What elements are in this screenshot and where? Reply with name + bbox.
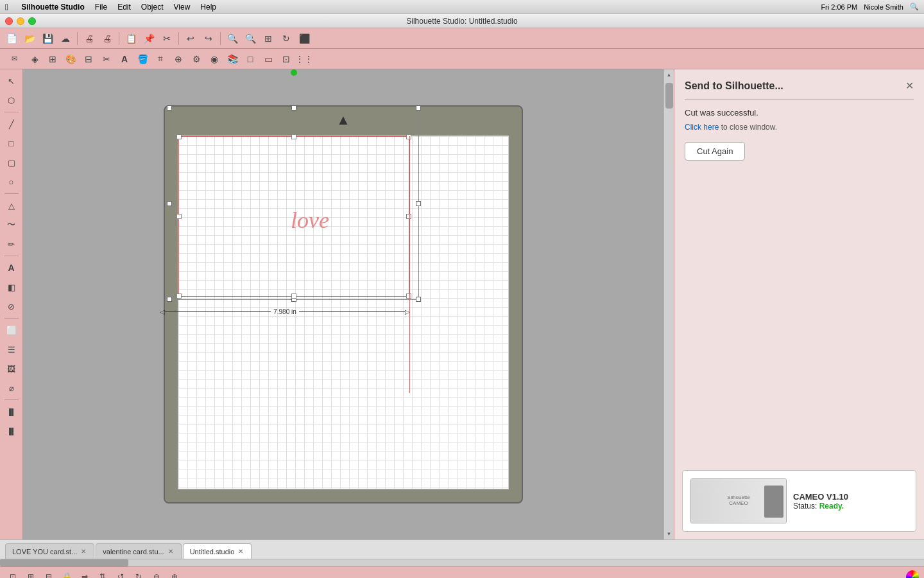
redo-button[interactable]: ↪: [201, 31, 216, 46]
cut-again-button[interactable]: Cut Again: [685, 142, 745, 161]
outer-handle-br[interactable]: [416, 297, 421, 302]
sel-handle-ml[interactable]: [176, 214, 182, 219]
lib-button[interactable]: 📚: [225, 51, 240, 67]
minimize-button[interactable]: [17, 17, 24, 25]
pencil-tool[interactable]: ✏: [3, 235, 21, 253]
outer-handle-tl[interactable]: [167, 105, 172, 110]
merge-button[interactable]: ⊟: [41, 569, 56, 579]
search-icon[interactable]: 🔍: [910, 3, 919, 11]
cut-button[interactable]: ✂: [159, 31, 175, 46]
copy-button[interactable]: 📋: [123, 31, 139, 46]
canvas-area[interactable]: ▲ ◁ 7.980 in: [23, 69, 663, 539]
rotate-button[interactable]: ↻: [278, 31, 294, 46]
horizontal-scrollbar[interactable]: [0, 559, 924, 566]
open-button[interactable]: 📂: [22, 31, 37, 46]
grid2-button[interactable]: ⋮⋮: [296, 51, 312, 67]
sel-handle-br[interactable]: [406, 293, 411, 299]
color-button[interactable]: 🎨: [63, 51, 78, 67]
unite-button[interactable]: ⊕: [167, 569, 182, 579]
knife-button[interactable]: ✂: [99, 51, 114, 67]
menu-object[interactable]: Object: [141, 3, 164, 12]
menu-view[interactable]: View: [174, 3, 191, 12]
cutting-surface[interactable]: ◁ 7.980 in ▷: [178, 136, 509, 489]
rotate-left-button[interactable]: ↺: [113, 569, 128, 579]
zoom-out-button[interactable]: 🔍: [243, 31, 258, 46]
sel-handle-mr[interactable]: [406, 214, 411, 219]
close-panel-button[interactable]: ✕: [905, 80, 914, 92]
maximize-button[interactable]: [28, 17, 36, 25]
close-button[interactable]: [5, 17, 13, 25]
vertical-scrollbar[interactable]: ▲ ▼: [663, 69, 674, 539]
line-tool[interactable]: ╱: [3, 115, 21, 133]
scroll-thumb[interactable]: [665, 83, 673, 109]
outer-handle-mr[interactable]: [416, 201, 421, 206]
replicate-button[interactable]: ⊕: [171, 51, 186, 67]
app-name[interactable]: Silhouette Studio: [21, 3, 85, 12]
flip-h-button[interactable]: ⇌: [77, 569, 92, 579]
scroll-down-arrow[interactable]: ▼: [667, 529, 672, 539]
flip-v-button[interactable]: ⇅: [95, 569, 110, 579]
rect2-button[interactable]: ▭: [261, 51, 276, 67]
morph-button[interactable]: ◉: [207, 51, 222, 67]
sel-handle-bl[interactable]: [176, 293, 182, 299]
group-button[interactable]: ⊡: [5, 569, 21, 579]
click-here-link[interactable]: Click here: [685, 123, 719, 132]
select-tool[interactable]: ↖: [3, 72, 21, 90]
zoom-fit-button[interactable]: ⊞: [261, 31, 276, 46]
node-tool[interactable]: ⬡: [3, 91, 21, 109]
apple-menu[interactable]: : [5, 2, 8, 12]
new-button[interactable]: 📄: [4, 31, 19, 46]
zoom-real-button[interactable]: ⊡: [278, 51, 294, 67]
text-tool[interactable]: A: [3, 259, 21, 277]
zoom-in-button[interactable]: 🔍: [225, 31, 240, 46]
sel-handle-tr[interactable]: [406, 134, 411, 139]
menu-help[interactable]: Help: [200, 3, 216, 12]
fill-button[interactable]: 🪣: [135, 51, 150, 67]
outer-handle-tm[interactable]: [291, 105, 296, 110]
outer-handle-tr[interactable]: [416, 105, 421, 110]
print2-button[interactable]: 🖨: [99, 31, 115, 46]
rotate-right-button[interactable]: ↻: [131, 569, 146, 579]
eyedrop-tool[interactable]: ⊘: [3, 297, 21, 315]
ruler-tool[interactable]: ▐▌: [3, 403, 21, 421]
eraser-tool[interactable]: ◧: [3, 278, 21, 296]
polygon-tool[interactable]: △: [3, 197, 21, 215]
shape-button[interactable]: □: [243, 51, 258, 67]
ellipse-tool[interactable]: ○: [3, 173, 21, 191]
menu-file[interactable]: File: [95, 3, 107, 12]
rect-tool[interactable]: □: [3, 134, 21, 152]
sel-handle-tm[interactable]: [291, 134, 296, 139]
trace-button[interactable]: ◈: [27, 51, 42, 67]
scroll-up-arrow[interactable]: ▲: [667, 69, 672, 80]
weld-button[interactable]: ⌗: [153, 51, 168, 67]
align-button[interactable]: ⊟: [81, 51, 96, 67]
bezier-tool[interactable]: 〜: [3, 216, 21, 234]
round-rect-tool[interactable]: ▢: [3, 153, 21, 171]
color-wheel-icon[interactable]: [906, 570, 919, 579]
menu-edit[interactable]: Edit: [117, 3, 131, 12]
tab-untitled-studio[interactable]: Untitled.studio ✕: [183, 543, 252, 559]
zoom-tool[interactable]: ⬜: [3, 321, 21, 339]
knife2-tool[interactable]: ⌀: [3, 379, 21, 397]
outer-handle-ml[interactable]: [167, 201, 172, 206]
print-button[interactable]: 🖨: [81, 31, 97, 46]
text-button[interactable]: A: [117, 51, 132, 67]
undo-button[interactable]: ↩: [183, 31, 198, 46]
cloud-button[interactable]: ☁: [58, 31, 73, 46]
hand-tool[interactable]: ▐▌: [3, 422, 21, 440]
ungroup-button[interactable]: ⊞: [23, 569, 38, 579]
tab-close-1[interactable]: ✕: [167, 548, 175, 555]
tab-love-you-card[interactable]: LOVE YOU card.st... ✕: [5, 543, 94, 559]
tab-valentine-card[interactable]: valentine card.stu... ✕: [96, 543, 181, 559]
grid-button[interactable]: ⊞: [45, 51, 60, 67]
crop-button[interactable]: ⬛: [296, 31, 312, 46]
paste-button[interactable]: 📌: [141, 31, 157, 46]
tab-close-0[interactable]: ✕: [80, 548, 87, 555]
save-button[interactable]: 💾: [40, 31, 55, 46]
subtract-button[interactable]: ⊖: [149, 569, 164, 579]
layers-tool[interactable]: ☰: [3, 340, 21, 358]
outer-handle-bl[interactable]: [167, 297, 172, 302]
horizontal-scroll-thumb[interactable]: [0, 559, 128, 566]
tab-close-2[interactable]: ✕: [237, 548, 244, 555]
send-silhouette-button[interactable]: ✉: [4, 51, 24, 67]
